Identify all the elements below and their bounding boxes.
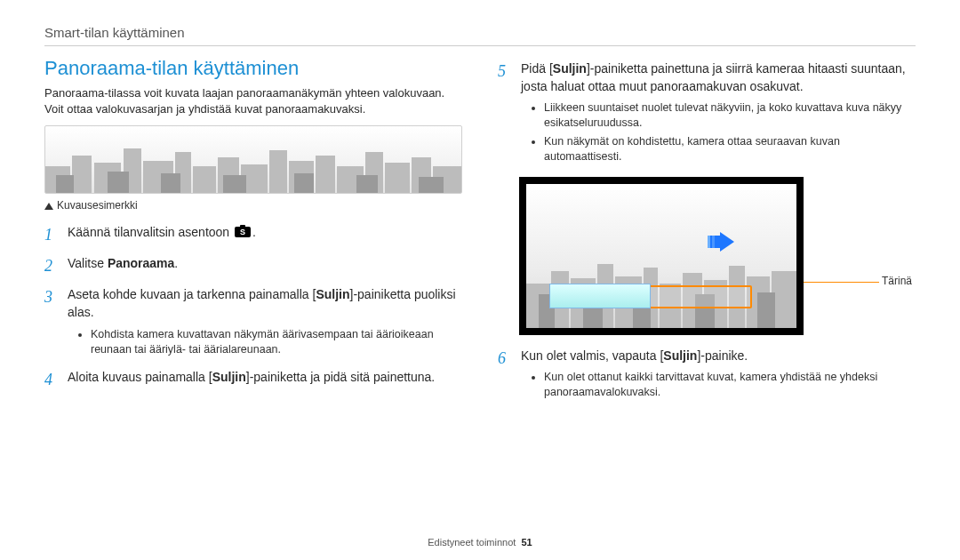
vibration-label: Tärinä xyxy=(882,275,912,287)
step-5-bullet-2: Kun näkymät on kohdistettu, kamera ottaa… xyxy=(544,134,916,164)
step-4: 4 Aloita kuvaus painamalla [Suljin]-pain… xyxy=(44,369,462,391)
callout-line xyxy=(804,282,879,283)
step-1: 1 Käännä tilanvalitsin asentoon S . xyxy=(44,224,462,246)
step-2: 2 Valitse Panoraama. xyxy=(44,255,462,277)
svg-rect-17 xyxy=(56,175,74,193)
svg-rect-18 xyxy=(108,172,129,193)
caret-up-icon xyxy=(44,203,53,210)
step-number: 3 xyxy=(44,286,59,360)
step-6-bullet: Kun olet ottanut kaikki tarvittavat kuva… xyxy=(544,370,916,400)
svg-rect-38 xyxy=(772,271,796,328)
direction-arrow-icon xyxy=(708,232,734,255)
svg-rect-23 xyxy=(419,177,444,193)
step-5: 5 Pidä [Suljin]-painiketta painettuna ja… xyxy=(498,60,916,168)
panorama-example-image xyxy=(44,125,462,194)
step-number: 6 xyxy=(498,348,512,404)
svg-rect-45 xyxy=(708,236,710,248)
svg-rect-1 xyxy=(72,156,92,193)
intro-paragraph: Panoraama-tilassa voit kuvata laajan pan… xyxy=(44,85,462,116)
svg-rect-46 xyxy=(712,236,715,248)
svg-rect-21 xyxy=(294,173,314,193)
mode-dial-s-icon: S xyxy=(235,225,251,243)
svg-rect-43 xyxy=(757,292,775,328)
step-number: 5 xyxy=(498,60,512,168)
captured-segment xyxy=(549,284,651,308)
svg-rect-9 xyxy=(269,150,287,193)
step-number: 1 xyxy=(44,224,59,246)
svg-rect-14 xyxy=(385,163,410,193)
svg-rect-22 xyxy=(356,175,378,193)
step-6: 6 Kun olet valmis, vapauta [Suljin]-pain… xyxy=(498,348,916,404)
preview-screen-image xyxy=(519,177,804,335)
svg-rect-11 xyxy=(316,156,335,193)
page-header: Smart-tilan käyttäminen xyxy=(44,25,916,46)
step-3-bullet: Kohdista kamera kuvattavan näkymän ääriv… xyxy=(91,327,462,357)
svg-text:S: S xyxy=(240,228,245,236)
right-column: 5 Pidä [Suljin]-painiketta painettuna ja… xyxy=(498,60,916,412)
step-number: 2 xyxy=(44,255,59,277)
svg-rect-19 xyxy=(161,173,180,193)
svg-rect-6 xyxy=(193,166,216,193)
panorama-progress-bar xyxy=(571,285,752,308)
image-caption: Kuvausesimerkki xyxy=(44,199,462,212)
left-column: Panoraama-tilan käyttäminen Panoraama-ti… xyxy=(44,60,462,412)
step-3: 3 Aseta kohde kuvaan ja tarkenna painama… xyxy=(44,286,462,360)
svg-rect-20 xyxy=(223,175,246,193)
svg-marker-44 xyxy=(708,232,734,252)
step-number: 4 xyxy=(44,369,59,391)
section-title: Panoraama-tilan käyttäminen xyxy=(44,57,462,80)
step-5-bullet-1: Liikkeen suuntaiset nuolet tulevat näkyv… xyxy=(544,100,916,131)
page-footer: Edistyneet toiminnot 51 xyxy=(0,537,960,548)
